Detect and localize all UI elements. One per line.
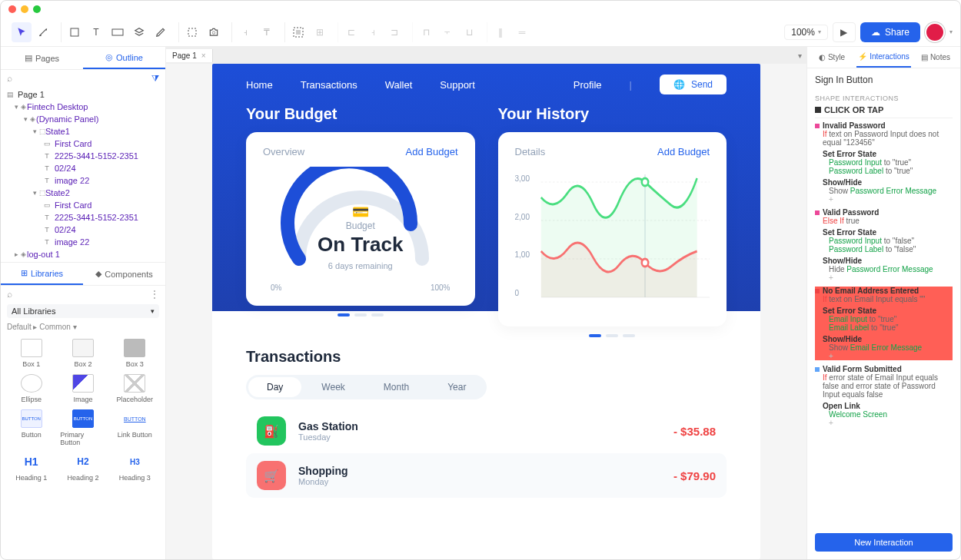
input-tool[interactable] (108, 22, 128, 42)
components-icon: ◆ (95, 269, 101, 279)
bounds-tool[interactable] (182, 22, 202, 42)
new-interaction-button[interactable]: New Interaction (815, 533, 953, 552)
library-search-input[interactable] (12, 290, 150, 299)
tree-num2[interactable]: T2225-3441-5152-2351 (1, 211, 165, 224)
transaction-row[interactable]: 🛒 ShoppingMonday - $79.90 (246, 453, 727, 498)
tree-state1[interactable]: ▾ ⬚State1 (1, 125, 165, 138)
widget-placeholder[interactable]: Placeholder (111, 373, 159, 405)
tree-dynamic[interactable]: ▾ ◈(Dynamic Panel) (1, 113, 165, 125)
page-tab-1[interactable]: Page 1× (166, 49, 213, 62)
budget-gauge: 💳 Budget On Track 6 days remaining (276, 167, 445, 274)
design-mockup[interactable]: Home Transactions Wallet Support Profile… (212, 64, 760, 559)
add-budget-link[interactable]: Add Budget (406, 146, 458, 157)
event-click-tap[interactable]: CLICK OR TAP (815, 102, 953, 118)
seg-day[interactable]: Day (248, 377, 301, 397)
tree-card2[interactable]: ▭First Card (1, 199, 165, 211)
tree-page[interactable]: ▤Page 1 (1, 88, 165, 101)
pen-tool[interactable] (151, 22, 171, 42)
align-left-icon[interactable]: ⊏ (341, 22, 361, 42)
nav-support[interactable]: Support (440, 79, 475, 91)
avatar-chevron-icon[interactable]: ▾ (949, 28, 953, 35)
distribute-h-icon[interactable]: ‖ (490, 22, 510, 42)
tree-logout[interactable]: ▸ ◈log-out 1 (1, 248, 165, 260)
tree-img2[interactable]: Timage 22 (1, 236, 165, 248)
nav-wallet[interactable]: Wallet (385, 79, 413, 91)
history-chart: 3,00 2,00 1,00 0 (515, 167, 710, 313)
nav-home[interactable]: Home (246, 79, 273, 91)
widget-box1[interactable]: Box 1 (7, 337, 55, 369)
library-select[interactable]: All Libraries▾ (7, 304, 159, 318)
distribute-v-icon[interactable]: ═ (512, 22, 532, 42)
library-header[interactable]: Default ▸ Common ▾ (1, 320, 165, 334)
zoom-select[interactable]: 100% ▾ (784, 25, 828, 40)
widget-h3[interactable]: H3Heading 3 (111, 451, 159, 483)
maximize-icon[interactable] (33, 5, 41, 13)
seg-year[interactable]: Year (429, 377, 484, 397)
play-button[interactable]: ▶ (833, 22, 856, 42)
widget-image[interactable]: Image (58, 373, 107, 405)
tree-date1[interactable]: T02/24 (1, 162, 165, 174)
ungroup-icon[interactable]: ⊞ (310, 22, 330, 42)
close-icon[interactable] (8, 5, 16, 13)
svg-rect-5 (296, 30, 301, 35)
interactions-icon: ⚡ (858, 52, 867, 61)
tab-components[interactable]: ◆Components (83, 263, 165, 285)
tab-notes[interactable]: ▤Notes (911, 47, 960, 68)
align-center-v-icon[interactable]: ⫟ (437, 22, 457, 42)
seg-week[interactable]: Week (303, 377, 363, 397)
tab-interactions[interactable]: ⚡Interactions (856, 47, 911, 68)
align-bottom-icon[interactable]: ⊔ (459, 22, 479, 42)
mock-nav: Home Transactions Wallet Support Profile… (212, 64, 760, 105)
tree-root[interactable]: ▾ ◈Fintech Desktop (1, 101, 165, 113)
tree-num1[interactable]: T2225-3441-5152-2351 (1, 150, 165, 162)
text-tool[interactable]: T (86, 22, 106, 42)
align-right-icon[interactable]: ⊐ (384, 22, 404, 42)
send-button[interactable]: 🌐 Send (660, 75, 727, 94)
align-top-icon[interactable]: ⊓ (416, 22, 436, 42)
add-budget-link-2[interactable]: Add Budget (657, 146, 710, 157)
close-tab-icon[interactable]: × (201, 51, 206, 60)
details-label: Details (515, 146, 546, 157)
widget-link-button[interactable]: BUTTONLink Button (111, 408, 159, 448)
nav-transactions[interactable]: Transactions (301, 79, 357, 91)
connector-tool[interactable] (33, 22, 53, 42)
widget-h1[interactable]: H1Heading 1 (7, 451, 55, 483)
notes-icon: ▤ (921, 53, 928, 61)
widget-button[interactable]: BUTTONButton (7, 408, 55, 448)
stack-tool[interactable] (129, 22, 149, 42)
align-text-icon[interactable]: ₸ (257, 22, 277, 42)
pointer-tool[interactable] (12, 22, 32, 42)
snapshot-tool[interactable] (204, 22, 224, 42)
page-tabs-menu-icon[interactable]: ▾ (793, 51, 806, 60)
align-horizontal-icon[interactable]: ⫞ (235, 22, 255, 42)
nav-profile[interactable]: Profile (574, 79, 602, 91)
tab-outline[interactable]: ◎Outline (83, 47, 165, 69)
minimize-icon[interactable] (21, 5, 28, 13)
widget-box3[interactable]: Box 3 (111, 337, 159, 369)
outline-search-input[interactable] (17, 74, 147, 83)
case-valid-form[interactable]: Valid Form Submitted If error state of E… (815, 365, 953, 427)
group-icon[interactable] (288, 22, 308, 42)
widget-box2[interactable]: Box 2 (58, 337, 107, 369)
case-invalid-password[interactable]: Invalid Password If text on Password Inp… (815, 121, 953, 204)
align-center-h-icon[interactable]: ⫞ (363, 22, 383, 42)
tab-style[interactable]: ◐Style (807, 47, 856, 68)
case-no-email[interactable]: No Email Address Entered If text on Emai… (815, 287, 953, 360)
rectangle-tool[interactable] (65, 22, 85, 42)
user-avatar[interactable] (925, 22, 945, 42)
tree-state2[interactable]: ▾ ⬚State2 (1, 187, 165, 199)
transaction-row[interactable]: ⛽ Gas StationTuesday - $35.88 (246, 409, 727, 453)
widget-primary-button[interactable]: BUTTONPrimary Button (58, 408, 107, 448)
tree-date2[interactable]: T02/24 (1, 224, 165, 236)
more-icon[interactable]: ⋮ (150, 289, 159, 300)
tab-libraries[interactable]: ⊞Libraries (1, 263, 83, 285)
share-button[interactable]: ☁ Share (860, 22, 920, 42)
tree-img1[interactable]: Timage 22 (1, 174, 165, 187)
widget-ellipse[interactable]: Ellipse (7, 373, 55, 405)
tab-pages[interactable]: ▤Pages (1, 47, 83, 69)
filter-icon[interactable]: ⧩ (151, 73, 159, 84)
seg-month[interactable]: Month (365, 377, 427, 397)
tree-card1[interactable]: ▭First Card (1, 138, 165, 150)
case-valid-password[interactable]: Valid Password Else If true Set Error St… (815, 208, 953, 282)
widget-h2[interactable]: H2Heading 2 (58, 451, 107, 483)
